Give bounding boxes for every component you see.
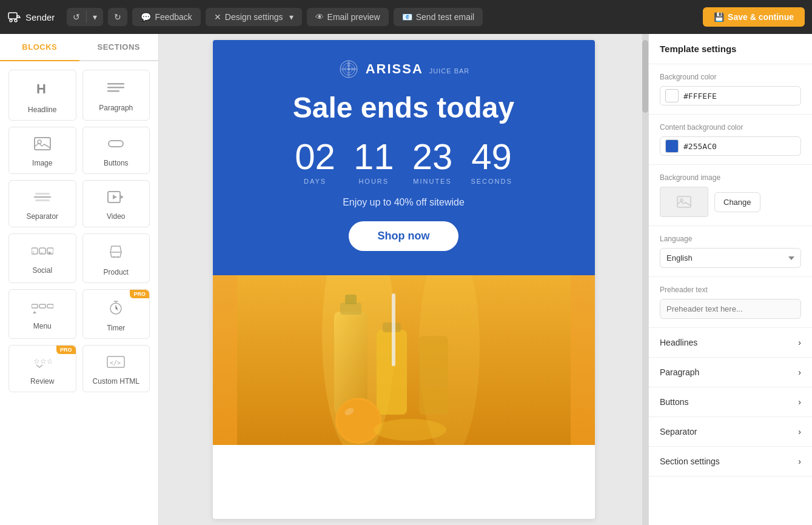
tab-sections[interactable]: SECTIONS bbox=[79, 34, 159, 60]
custom-html-icon: </> bbox=[107, 355, 125, 372]
block-timer[interactable]: PRO Timer bbox=[82, 289, 150, 339]
redo-button[interactable]: ↻ bbox=[108, 8, 127, 26]
brand-name: ARISSA bbox=[366, 61, 423, 77]
block-custom-html[interactable]: </> Custom HTML bbox=[82, 345, 150, 392]
brand-sub: JUICE BAR bbox=[429, 67, 469, 75]
block-separator[interactable]: Separator bbox=[8, 180, 76, 227]
save-continue-button[interactable]: 💾 Save & continue bbox=[703, 7, 805, 27]
svg-point-1 bbox=[10, 19, 12, 22]
section-settings-section[interactable]: Section settings › bbox=[649, 447, 812, 477]
svg-point-2 bbox=[15, 19, 17, 22]
headlines-label: Headlines bbox=[660, 338, 697, 347]
block-image[interactable]: Image bbox=[8, 127, 76, 174]
svg-rect-12 bbox=[35, 199, 50, 201]
paragraph-section[interactable]: Paragraph › bbox=[649, 358, 812, 387]
send-test-label: Send test email bbox=[416, 12, 475, 22]
content-bg-input-row[interactable]: #255AC0 bbox=[660, 136, 801, 156]
timer-label: Timer bbox=[107, 324, 125, 332]
app-name: Sender bbox=[25, 12, 55, 22]
svg-rect-26 bbox=[47, 304, 53, 308]
headline-icon: H bbox=[34, 80, 51, 101]
block-product[interactable]: Product bbox=[82, 233, 150, 283]
svg-rect-44 bbox=[392, 293, 395, 366]
preheader-label: Preheader text bbox=[660, 286, 801, 294]
separator-icon bbox=[34, 190, 51, 207]
email-preview-label: Email preview bbox=[327, 12, 380, 22]
scrollbar-thumb[interactable] bbox=[642, 40, 648, 113]
svg-text:f: f bbox=[33, 250, 34, 255]
content-bg-label: Content background color bbox=[660, 123, 801, 132]
bg-color-swatch[interactable] bbox=[665, 89, 679, 102]
app-logo: Sender bbox=[7, 10, 55, 24]
email-hero: ARISSA JUICE BAR Sale ends today 02 DAYS bbox=[213, 40, 595, 275]
svg-rect-45 bbox=[419, 336, 448, 415]
right-panel: Template settings Background color #FFFE… bbox=[648, 34, 812, 525]
social-icon: fin▶ bbox=[32, 246, 53, 261]
send-test-button[interactable]: 📧 Send test email bbox=[394, 8, 483, 26]
svg-rect-5 bbox=[107, 87, 124, 89]
save-label: Save & continue bbox=[728, 12, 794, 22]
dropdown-button[interactable]: ▾ bbox=[87, 8, 103, 26]
bg-image-placeholder bbox=[660, 187, 708, 217]
block-menu[interactable]: Menu bbox=[8, 289, 76, 339]
promo-text: Enjoy up to 40% off sitewide bbox=[343, 197, 465, 208]
separator-label: Separator bbox=[660, 427, 697, 436]
svg-rect-6 bbox=[107, 90, 119, 92]
svg-marker-27 bbox=[33, 311, 36, 313]
main-layout: BLOCKS SECTIONS H Headline Paragraph bbox=[0, 34, 812, 525]
undo-button[interactable]: ↺ bbox=[67, 8, 86, 26]
days-value: 02 bbox=[295, 139, 335, 175]
email-preview-button[interactable]: 👁 Email preview bbox=[307, 8, 389, 26]
feedback-button[interactable]: 💬 Feedback bbox=[132, 8, 200, 26]
left-panel: BLOCKS SECTIONS H Headline Paragraph bbox=[0, 34, 159, 525]
bg-image-change-button[interactable]: Change bbox=[714, 192, 760, 212]
content-bg-color-group: Content background color #255AC0 bbox=[649, 115, 812, 165]
template-settings-header: Template settings bbox=[649, 34, 812, 64]
paragraph-chevron: › bbox=[798, 367, 801, 377]
scrollbar-track[interactable] bbox=[642, 34, 648, 525]
juice-image-svg bbox=[237, 275, 571, 445]
save-icon: 💾 bbox=[714, 12, 724, 22]
product-label: Product bbox=[104, 268, 129, 276]
block-social[interactable]: fin▶ Social bbox=[8, 233, 76, 283]
preheader-input[interactable] bbox=[660, 299, 801, 319]
video-icon bbox=[107, 190, 124, 207]
svg-text:</>: </> bbox=[110, 359, 121, 366]
svg-point-22 bbox=[113, 256, 115, 258]
separator-label: Separator bbox=[26, 212, 58, 221]
buttons-label: Buttons bbox=[660, 397, 688, 407]
block-buttons[interactable]: Buttons bbox=[82, 127, 150, 174]
bg-color-input-row[interactable]: #FFFEFE bbox=[660, 86, 801, 105]
svg-rect-10 bbox=[35, 193, 50, 195]
bg-image-label: Background image bbox=[660, 173, 801, 182]
content-bg-swatch[interactable] bbox=[665, 139, 679, 153]
buttons-section[interactable]: Buttons › bbox=[649, 387, 812, 417]
headlines-section[interactable]: Headlines › bbox=[649, 328, 812, 358]
block-paragraph[interactable]: Paragraph bbox=[82, 70, 150, 121]
svg-text:H: H bbox=[36, 81, 46, 96]
bg-color-group: Background color #FFFEFE bbox=[649, 64, 812, 115]
block-video[interactable]: Video bbox=[82, 180, 150, 227]
image-placeholder-icon bbox=[677, 196, 691, 208]
shop-now-button[interactable]: Shop now bbox=[349, 221, 459, 251]
svg-rect-50 bbox=[677, 196, 691, 207]
language-label: Language bbox=[660, 235, 801, 243]
custom-html-label: Custom HTML bbox=[93, 377, 139, 386]
block-headline[interactable]: H Headline bbox=[8, 70, 76, 121]
feedback-icon: 💬 bbox=[141, 12, 151, 22]
image-icon bbox=[34, 137, 51, 154]
language-select[interactable]: English French Spanish German bbox=[660, 248, 801, 268]
bg-color-value: #FFFEFE bbox=[683, 92, 717, 101]
logo-icon bbox=[7, 10, 21, 24]
shop-now-label: Shop now bbox=[378, 230, 430, 242]
design-settings-button[interactable]: ✕ Design settings ▾ bbox=[206, 8, 302, 26]
block-review[interactable]: PRO ☆☆☆ Review bbox=[8, 345, 76, 392]
separator-section[interactable]: Separator › bbox=[649, 417, 812, 447]
svg-text:in: in bbox=[41, 251, 44, 255]
bg-image-group: Background image Change bbox=[649, 165, 812, 226]
headline-label: Headline bbox=[28, 105, 56, 114]
email-frame: ARISSA JUICE BAR Sale ends today 02 DAYS bbox=[213, 40, 595, 519]
pro-badge-timer: PRO bbox=[130, 290, 149, 298]
canvas-scroll[interactable]: ARISSA JUICE BAR Sale ends today 02 DAYS bbox=[159, 34, 648, 525]
tab-blocks[interactable]: BLOCKS bbox=[0, 34, 79, 61]
